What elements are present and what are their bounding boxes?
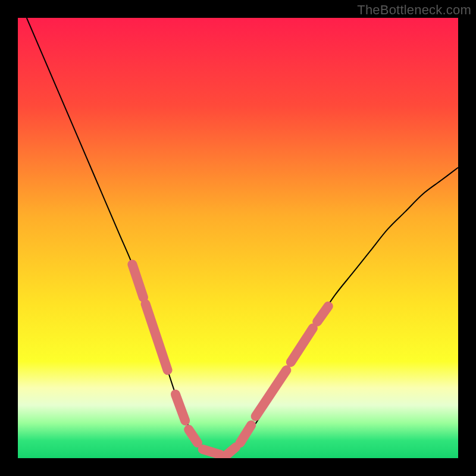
- plot-area: [18, 18, 458, 458]
- watermark-text: TheBottleneck.com: [357, 2, 471, 18]
- chart-svg: [18, 18, 458, 458]
- marker-segment: [227, 447, 236, 455]
- chart-frame: TheBottleneck.com: [0, 0, 476, 476]
- gradient-background: [18, 18, 458, 458]
- marker-segment: [203, 449, 221, 455]
